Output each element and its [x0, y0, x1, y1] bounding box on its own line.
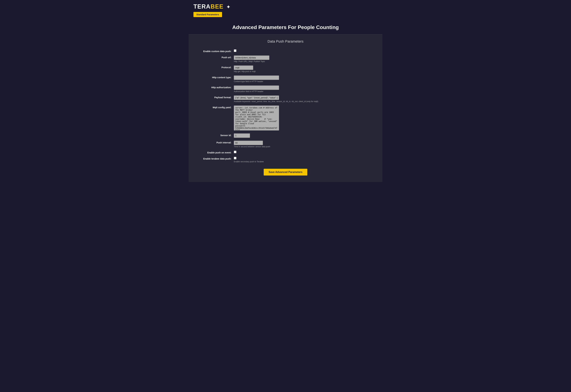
standard-params-button[interactable]: Standard Parameters: [193, 12, 222, 17]
bee-icon: ✦: [226, 4, 230, 10]
input-cell-payload-format: Available keywords: reset_period, time, …: [234, 95, 373, 105]
hint-push-url: Http: Push URL | Mqtt: Publish Topic: [234, 60, 373, 63]
row-http-content-type: Http content type: Content-type field in…: [198, 74, 373, 84]
input-cell-enable-push-on-event: [234, 150, 373, 156]
label-sensor-id: Sensor id:: [198, 132, 234, 140]
logo: TERABEE ✦: [193, 3, 230, 10]
input-protocol[interactable]: [234, 66, 253, 70]
hint-enable-terabee-data-push: Enable secondary push to Terabee: [234, 161, 373, 163]
row-mqtt-config-yaml: Mqtt config yaml: server: iot.terabee.co…: [198, 105, 373, 132]
checkbox-enable-push-on-event[interactable]: [234, 151, 236, 153]
label-payload-format: Payload format:: [198, 95, 234, 105]
row-protocol: Protocol: http-get, http-post or mqtt: [198, 65, 373, 74]
logo-white-text: TERA: [193, 3, 211, 10]
hint-payload-format: Available keywords: reset_period, time, …: [234, 100, 373, 103]
input-cell-sensor-id: [234, 132, 373, 140]
checkbox-enable-custom-data-push[interactable]: [234, 49, 236, 52]
textarea-mqtt-config-yaml[interactable]: server: iot.terabee.com # Address of the…: [234, 106, 279, 130]
header: TERABEE ✦ Standard Parameters: [189, 0, 382, 19]
page-wrapper: TERABEE ✦ Standard Parameters Advanced P…: [189, 0, 382, 182]
label-enable-push-on-event: Enable push on event:: [198, 150, 234, 156]
row-sensor-id: Sensor id:: [198, 132, 373, 140]
input-http-authorization[interactable]: [234, 85, 279, 90]
input-cell-enable-custom-data-push: [234, 48, 373, 55]
label-http-authorization: Http authorization:: [198, 84, 234, 95]
input-cell-enable-terabee-data-push: Enable secondary push to Terabee: [234, 156, 373, 165]
input-push-url[interactable]: [234, 56, 269, 60]
hint-push-interval: Time in second between sensor data push: [234, 145, 373, 148]
label-push-url: Push url:: [198, 55, 234, 65]
hint-protocol: http-get, http-post or mqtt: [234, 70, 373, 73]
row-payload-format: Payload format: Available keywords: rese…: [198, 95, 373, 105]
row-enable-push-on-event: Enable push on event:: [198, 150, 373, 156]
input-cell-mqtt-config-yaml: server: iot.terabee.com # Address of the…: [234, 105, 373, 132]
input-cell-http-content-type: Content-type field in HTTP header: [234, 74, 373, 84]
input-cell-push-url: Http: Push URL | Mqtt: Publish Topic: [234, 55, 373, 65]
row-enable-custom-data-push: Enable custom data push:: [198, 48, 373, 55]
input-cell-http-authorization: Authorization field in HTTP header: [234, 84, 373, 95]
logo-area: TERABEE ✦: [193, 3, 378, 10]
hint-http-authorization: Authorization field in HTTP header: [234, 90, 373, 93]
page-title: Advanced Parameters For People Counting: [193, 24, 378, 30]
form-table: Enable custom data push: Push url: Http:…: [198, 48, 373, 165]
label-push-interval: Push interval:: [198, 140, 234, 150]
checkbox-enable-terabee-data-push[interactable]: [234, 157, 236, 159]
row-http-authorization: Http authorization: Authorization field …: [198, 84, 373, 95]
label-http-content-type: Http content type:: [198, 74, 234, 84]
label-enable-custom-data-push: Enable custom data push:: [198, 48, 234, 55]
input-push-interval[interactable]: [234, 141, 263, 145]
hint-http-content-type: Content-type field in HTTP header: [234, 80, 373, 83]
row-push-interval: Push interval: Time in second between se…: [198, 140, 373, 150]
main-content: Data Push Parameters Enable custom data …: [189, 35, 382, 182]
label-protocol: Protocol:: [198, 65, 234, 74]
input-http-content-type[interactable]: [234, 75, 279, 80]
section-title: Data Push Parameters: [198, 39, 373, 43]
input-sensor-id[interactable]: [234, 133, 250, 138]
page-title-section: Advanced Parameters For People Counting: [189, 19, 382, 35]
save-advanced-parameters-button[interactable]: Save Advanced Parameters: [264, 169, 307, 176]
row-enable-terabee-data-push: Enable terabee data push: Enable seconda…: [198, 156, 373, 165]
input-cell-push-interval: Time in second between sensor data push: [234, 140, 373, 150]
input-cell-protocol: http-get, http-post or mqtt: [234, 65, 373, 74]
logo-yellow-text: BEE: [211, 3, 223, 10]
save-btn-row: Save Advanced Parameters: [198, 169, 373, 176]
label-mqtt-config-yaml: Mqtt config yaml:: [198, 105, 234, 132]
row-push-url: Push url: Http: Push URL | Mqtt: Publish…: [198, 55, 373, 65]
input-payload-format[interactable]: [234, 96, 279, 100]
label-enable-terabee-data-push: Enable terabee data push:: [198, 156, 234, 165]
